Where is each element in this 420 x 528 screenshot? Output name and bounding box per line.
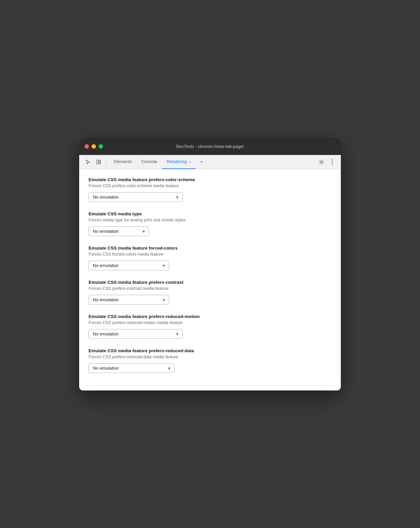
svg-rect-1 — [99, 160, 101, 162]
setting-group-media-type: Emulate CSS media type Forces media type… — [89, 211, 331, 236]
devtools-window: DevTools - chrome://new-tab-page/ Elemen… — [79, 138, 341, 390]
select-wrapper-prefers-color-scheme: No emulation prefers-color-scheme: light… — [89, 192, 182, 202]
window-title: DevTools - chrome://new-tab-page/ — [176, 144, 244, 149]
svg-rect-0 — [97, 160, 99, 164]
close-button[interactable] — [85, 144, 89, 149]
select-wrapper-prefers-reduced-motion: No emulation prefers-reduced-motion: red… — [89, 329, 182, 339]
select-wrapper-prefers-reduced-data: No emulation prefers-reduced-data: reduc… — [89, 363, 174, 373]
setting-desc-media-type: Forces media type for testing print and … — [89, 218, 331, 222]
setting-desc-prefers-color-scheme: Forces CSS prefers-color-scheme media fe… — [89, 183, 331, 188]
tab-elements-label: Elements — [114, 159, 132, 164]
tab-elements[interactable]: Elements — [109, 155, 137, 169]
more-tabs-icon: » — [200, 159, 203, 164]
tab-console-label: Console — [141, 159, 157, 164]
toolbar-divider — [106, 159, 106, 165]
traffic-lights — [85, 144, 103, 149]
setting-desc-prefers-reduced-data: Forces CSS prefers-reduced-data media fe… — [89, 355, 331, 359]
select-media-type[interactable]: No emulation print screen — [89, 226, 149, 236]
svg-point-3 — [321, 161, 322, 163]
setting-group-forced-colors: Emulate CSS media feature forced-colors … — [89, 246, 331, 270]
tabs-container: Elements Console Rendering × » — [109, 155, 315, 169]
tab-rendering-label: Rendering — [167, 159, 187, 164]
setting-title-media-type: Emulate CSS media type — [89, 211, 331, 216]
setting-title-prefers-reduced-data: Emulate CSS media feature prefers-reduce… — [89, 348, 331, 353]
setting-group-prefers-contrast: Emulate CSS media feature prefers-contra… — [89, 280, 331, 305]
setting-title-prefers-color-scheme: Emulate CSS media feature prefers-color-… — [89, 177, 331, 182]
select-prefers-reduced-data[interactable]: No emulation prefers-reduced-data: reduc… — [89, 363, 174, 373]
setting-group-prefers-reduced-data: Emulate CSS media feature prefers-reduce… — [89, 348, 331, 373]
setting-group-prefers-color-scheme: Emulate CSS media feature prefers-color-… — [89, 177, 331, 202]
more-dots: ⋮ — [329, 158, 335, 166]
titlebar: DevTools - chrome://new-tab-page/ — [79, 138, 341, 155]
select-prefers-color-scheme[interactable]: No emulation prefers-color-scheme: light… — [89, 192, 182, 202]
cursor-icon[interactable] — [83, 157, 93, 167]
toolbar: Elements Console Rendering × » ⋮ — [79, 155, 341, 169]
select-wrapper-forced-colors: No emulation forced-colors: active force… — [89, 261, 169, 270]
tab-rendering[interactable]: Rendering × — [162, 155, 196, 169]
toolbar-actions: ⋮ — [317, 157, 337, 167]
setting-title-prefers-contrast: Emulate CSS media feature prefers-contra… — [89, 280, 331, 285]
settings-icon[interactable] — [317, 157, 326, 167]
minimize-button[interactable] — [92, 144, 96, 149]
svg-rect-2 — [99, 162, 101, 164]
setting-title-prefers-reduced-motion: Emulate CSS media feature prefers-reduce… — [89, 314, 331, 319]
setting-desc-prefers-contrast: Forces CSS prefers-contrast media featur… — [89, 286, 331, 291]
setting-group-prefers-reduced-motion: Emulate CSS media feature prefers-reduce… — [89, 314, 331, 339]
select-forced-colors[interactable]: No emulation forced-colors: active force… — [89, 261, 169, 270]
tab-more[interactable]: » — [196, 155, 207, 169]
tab-console[interactable]: Console — [137, 155, 162, 169]
select-prefers-contrast[interactable]: No emulation prefers-contrast: more pref… — [89, 295, 169, 305]
setting-desc-prefers-reduced-motion: Forces CSS prefers-reduced-motion media … — [89, 320, 331, 325]
more-options-icon[interactable]: ⋮ — [327, 157, 337, 167]
select-wrapper-media-type: No emulation print screen ▼ — [89, 226, 149, 236]
maximize-button[interactable] — [99, 144, 103, 149]
tab-rendering-close[interactable]: × — [189, 160, 191, 164]
setting-desc-forced-colors: Forces CSS forced-colors media feature — [89, 252, 331, 257]
content-area: Emulate CSS media feature prefers-color-… — [79, 169, 341, 390]
setting-title-forced-colors: Emulate CSS media feature forced-colors — [89, 246, 331, 251]
inspect-icon[interactable] — [94, 157, 103, 167]
select-wrapper-prefers-contrast: No emulation prefers-contrast: more pref… — [89, 295, 169, 305]
select-prefers-reduced-motion[interactable]: No emulation prefers-reduced-motion: red… — [89, 329, 182, 339]
